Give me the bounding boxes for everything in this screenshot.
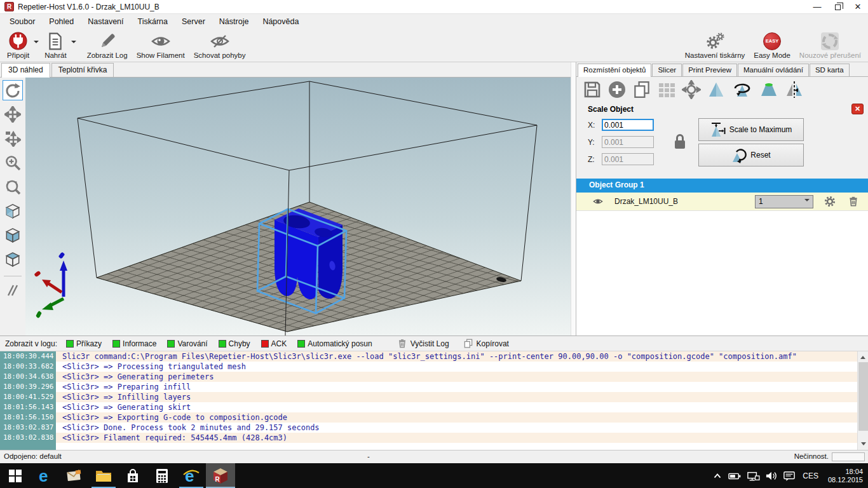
top-view-button[interactable] (3, 249, 23, 269)
rotate-object-button[interactable] (731, 80, 753, 99)
autoposition-button[interactable] (657, 80, 676, 99)
right-panel-tab[interactable]: Manuální ovládání (738, 64, 809, 76)
move-object-button[interactable] (3, 128, 23, 149)
menu-item[interactable]: Nástroje (212, 15, 256, 29)
log-filter-toggle[interactable]: Informace (112, 339, 156, 348)
close-button[interactable]: ✕ (848, 0, 868, 13)
repetier-taskbar-button[interactable]: R (206, 463, 235, 488)
ie-taskbar-button[interactable]: e (177, 463, 206, 488)
log-filter-toggle[interactable]: ACK (261, 339, 287, 348)
language-indicator[interactable]: CES (803, 471, 818, 480)
object-list-row[interactable]: Drzak_LM10UU_B 1 (576, 193, 868, 210)
object-visibility-icon[interactable] (592, 196, 604, 207)
copy-object-button[interactable] (632, 80, 651, 99)
menu-item[interactable]: Tiskárna (131, 15, 175, 29)
log-filter-toggle[interactable]: Varování (167, 339, 207, 348)
scale-to-maximum-button[interactable]: Scale to Maximum (698, 118, 804, 141)
window-title: Repetier-Host V1.6.0 - Drzak_LM10UU_B (18, 3, 159, 11)
object-settings-button[interactable] (824, 195, 836, 208)
log-row: 18:00:34.638 <Slic3r> => Generating peri… (0, 372, 868, 382)
zoom-fit-button[interactable] (3, 177, 23, 197)
menu-item[interactable]: Pohled (42, 15, 81, 29)
menu-item[interactable]: Server (175, 15, 212, 29)
scale-x-input[interactable] (602, 119, 654, 131)
mail-taskbar-button[interactable] (60, 463, 89, 488)
scale-y-input[interactable] (602, 136, 654, 148)
scroll-down-button[interactable] (858, 439, 868, 450)
rotate-view-button[interactable] (3, 80, 23, 100)
log-scrollbar[interactable] (857, 351, 868, 450)
iso-view-button[interactable] (3, 201, 23, 221)
start-button[interactable] (0, 463, 31, 488)
restore-button[interactable] (827, 0, 848, 13)
right-panel-tab[interactable]: Print Preview (682, 64, 737, 76)
notification-icon[interactable] (783, 470, 796, 482)
minimize-button[interactable]: — (807, 0, 827, 13)
scale-reset-button[interactable]: Reset (698, 144, 804, 166)
right-panel-tab[interactable]: Slicer (652, 64, 682, 76)
load-dropdown-caret[interactable] (71, 41, 76, 46)
vertical-splitter[interactable] (571, 62, 576, 336)
clock[interactable]: 18:04 08.12.2015 (828, 468, 863, 484)
save-button[interactable] (583, 80, 602, 99)
printer-settings-button[interactable]: Nastavení tiskárny (681, 30, 750, 60)
tray-chevron-icon[interactable] (712, 470, 723, 482)
lock-aspect-icon[interactable] (670, 132, 689, 152)
plug-icon (9, 31, 27, 51)
object-count-dropdown[interactable]: 1 (755, 195, 813, 208)
right-panel-tab[interactable]: Rozmístění objektů (578, 64, 651, 77)
parallel-projection-button[interactable] (3, 280, 23, 301)
scale-to-maximum-label: Scale to Maximum (729, 125, 792, 134)
center-object-button[interactable] (682, 80, 701, 99)
object-group-header[interactable]: Object Group 1 (576, 179, 868, 193)
front-view-button[interactable] (3, 225, 23, 245)
add-object-button[interactable] (607, 80, 627, 99)
edge-taskbar-button[interactable]: e (31, 463, 60, 488)
view-tab[interactable]: 3D náhled (1, 63, 50, 78)
move-view-button[interactable] (3, 104, 23, 125)
connect-dropdown-caret[interactable] (34, 41, 39, 46)
zoom-in-button[interactable] (3, 152, 23, 173)
calculator-taskbar-button[interactable] (147, 463, 177, 488)
scale-z-input[interactable] (602, 153, 654, 165)
log-filter-toggle[interactable]: Chyby (219, 339, 250, 348)
menu-bar: SouborPohledNastaveníTiskárnaServerNástr… (0, 14, 868, 29)
3d-viewport[interactable] (0, 78, 571, 336)
log-filter-toggle[interactable]: Automatický posun (297, 339, 372, 348)
volume-icon[interactable] (764, 470, 778, 482)
menu-item[interactable]: Soubor (3, 15, 42, 29)
clear-log-label: Vyčistit Log (410, 339, 449, 348)
object-delete-button[interactable] (848, 195, 859, 208)
restore-icon (835, 4, 841, 10)
copy-log-button[interactable]: Kopírovat (463, 338, 509, 349)
store-taskbar-button[interactable] (118, 463, 147, 488)
scale-panel-title: Scale Object (588, 105, 634, 114)
lay-flat-button[interactable] (759, 80, 779, 99)
easy-mode-button[interactable]: EASY Easy Mode (749, 30, 795, 60)
explorer-taskbar-button[interactable] (89, 463, 118, 488)
object-toolbar (576, 77, 868, 101)
hide-travel-button[interactable]: Schovat pohyby (189, 30, 250, 60)
scale-panel-close-button[interactable]: ✕ (851, 104, 864, 114)
log-filter-toggle[interactable]: Příkazy (66, 339, 102, 348)
show-filament-button[interactable]: Show Filament (132, 30, 189, 60)
scrollbar-thumb[interactable] (858, 362, 868, 431)
toggle-log-button[interactable]: Zobrazit Log (83, 30, 132, 60)
battery-icon[interactable] (728, 470, 742, 482)
network-icon[interactable] (746, 470, 760, 482)
load-button[interactable]: Nahrát (40, 30, 71, 60)
calculator-icon (154, 468, 170, 484)
menu-item[interactable]: Nápověda (255, 15, 306, 29)
clock-time: 18:04 (828, 468, 863, 476)
clear-log-button[interactable]: Vyčistit Log (397, 338, 449, 349)
filter-label: Automatický posun (308, 339, 372, 348)
scroll-up-button[interactable] (858, 351, 868, 362)
right-panel-tab[interactable]: SD karta (810, 64, 850, 76)
reset-icon (731, 147, 747, 163)
mirror-object-button[interactable] (785, 80, 804, 99)
view-tab[interactable]: Teplotní křivka (51, 63, 114, 77)
copy-log-label: Kopírovat (477, 339, 509, 348)
scale-object-button[interactable] (707, 80, 726, 99)
menu-item[interactable]: Nastavení (81, 15, 130, 29)
connect-button[interactable]: Připojit (3, 30, 34, 60)
